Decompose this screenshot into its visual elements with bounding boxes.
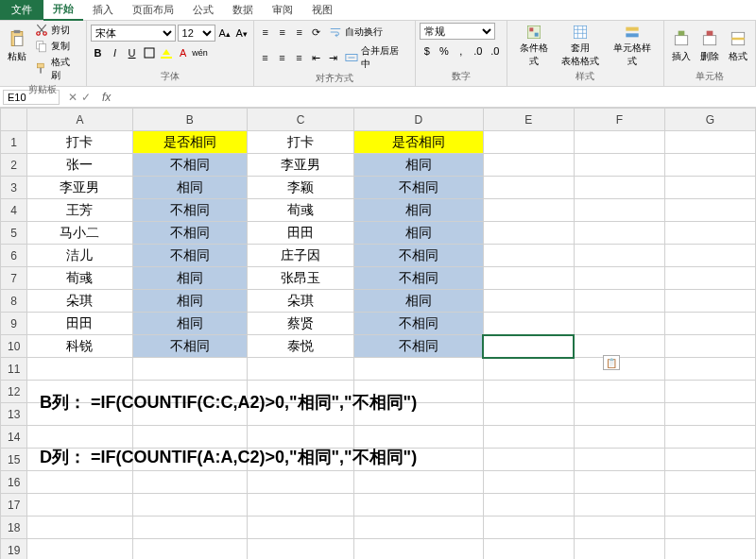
cell-A1[interactable]: 打卡 <box>27 131 132 154</box>
cell-A4[interactable]: 王芳 <box>27 199 132 222</box>
cell-C7[interactable]: 张昂玉 <box>247 267 353 290</box>
cell-B14[interactable] <box>132 426 247 449</box>
orientation-button[interactable]: ⟳ <box>309 25 324 40</box>
row-header[interactable]: 5 <box>1 222 27 245</box>
row-header[interactable]: 3 <box>1 177 27 199</box>
row-header[interactable]: 16 <box>1 471 27 494</box>
cell-B17[interactable] <box>132 494 247 517</box>
align-center-button[interactable]: ≡ <box>275 50 290 65</box>
row-header[interactable]: 7 <box>1 267 27 290</box>
delete-cells-button[interactable]: 删除 <box>696 23 723 70</box>
cell-G15[interactable] <box>664 449 755 471</box>
formula-input[interactable] <box>116 90 756 105</box>
format-cells-button[interactable]: 格式 <box>725 23 751 70</box>
tab-home[interactable]: 开始 <box>43 0 83 21</box>
cell-G18[interactable] <box>664 517 755 539</box>
col-header-c[interactable]: C <box>247 109 353 131</box>
font-color-button[interactable]: A <box>176 45 191 60</box>
cell-F7[interactable] <box>574 267 664 290</box>
accept-formula-button[interactable]: ✓ <box>81 91 91 104</box>
increase-decimal-button[interactable]: .0 <box>471 43 486 59</box>
underline-button[interactable]: U <box>125 45 140 60</box>
cell-F14[interactable] <box>574 426 664 449</box>
cell-B1[interactable]: 是否相同 <box>132 131 247 154</box>
cell-C9[interactable]: 蔡贤 <box>247 313 353 335</box>
conditional-format-button[interactable]: 条件格式 <box>511 23 557 70</box>
cell-C11[interactable] <box>247 358 353 381</box>
cell-D8[interactable]: 相同 <box>354 290 484 313</box>
cell-D4[interactable]: 相同 <box>354 199 484 222</box>
cell-C2[interactable]: 李亚男 <box>247 154 353 177</box>
tab-insert[interactable]: 插入 <box>83 0 123 20</box>
cell-E14[interactable] <box>483 426 574 449</box>
cell-F5[interactable] <box>574 222 664 245</box>
cell-F2[interactable] <box>574 154 664 177</box>
cell-E9[interactable] <box>483 313 574 335</box>
paste-options-button[interactable]: 📋 <box>603 355 620 370</box>
cell-A17[interactable] <box>27 494 132 517</box>
cell-D1[interactable]: 是否相同 <box>354 131 484 154</box>
cell-E3[interactable] <box>483 177 574 199</box>
row-header[interactable]: 13 <box>1 403 27 426</box>
cell-E19[interactable] <box>483 539 574 560</box>
cell-C10[interactable]: 泰悦 <box>247 335 353 358</box>
cell-F12[interactable] <box>574 381 664 403</box>
cell-G12[interactable] <box>664 381 755 403</box>
cell-B2[interactable]: 不相同 <box>132 154 247 177</box>
bold-button[interactable]: B <box>91 45 106 60</box>
cell-E13[interactable] <box>483 403 574 426</box>
tab-formulas[interactable]: 公式 <box>183 0 223 20</box>
align-left-button[interactable]: ≡ <box>258 50 273 65</box>
cell-A9[interactable]: 田田 <box>27 313 132 335</box>
cell-D19[interactable] <box>354 539 484 560</box>
col-header-d[interactable]: D <box>354 109 484 131</box>
cell-F15[interactable] <box>574 449 664 471</box>
cell-E5[interactable] <box>483 222 574 245</box>
cell-G16[interactable] <box>664 471 755 494</box>
cell-A3[interactable]: 李亚男 <box>27 177 132 199</box>
decrease-font-button[interactable]: A▾ <box>234 25 249 41</box>
cell-G7[interactable] <box>664 267 755 290</box>
cell-F10[interactable] <box>574 335 664 358</box>
cell-G8[interactable] <box>664 290 755 313</box>
cell-G17[interactable] <box>664 494 755 517</box>
align-right-button[interactable]: ≡ <box>291 50 306 65</box>
cell-F18[interactable] <box>574 517 664 539</box>
comma-button[interactable]: , <box>454 43 469 59</box>
row-header[interactable]: 12 <box>1 381 27 403</box>
cell-A11[interactable] <box>27 358 132 381</box>
row-header[interactable]: 14 <box>1 426 27 449</box>
cell-B5[interactable]: 不相同 <box>132 222 247 245</box>
cell-C14[interactable] <box>247 426 353 449</box>
col-header-a[interactable]: A <box>27 109 132 131</box>
tab-file[interactable]: 文件 <box>0 0 43 20</box>
cell-E11[interactable] <box>483 358 574 381</box>
cell-G19[interactable] <box>664 539 755 560</box>
cell-E6[interactable] <box>483 245 574 267</box>
cell-A8[interactable]: 朵琪 <box>27 290 132 313</box>
row-header[interactable]: 19 <box>1 539 27 560</box>
cell-B4[interactable]: 不相同 <box>132 199 247 222</box>
merge-center-button[interactable]: 合并后居中 <box>342 43 411 72</box>
cell-B18[interactable] <box>132 517 247 539</box>
cell-C1[interactable]: 打卡 <box>247 131 353 154</box>
cell-A6[interactable]: 洁儿 <box>27 245 132 267</box>
cut-button[interactable]: 剪切 <box>32 23 82 38</box>
cell-F4[interactable] <box>574 199 664 222</box>
cell-G3[interactable] <box>664 177 755 199</box>
cell-F8[interactable] <box>574 290 664 313</box>
cell-E4[interactable] <box>483 199 574 222</box>
format-as-table-button[interactable]: 套用 表格格式 <box>558 23 603 70</box>
cell-A19[interactable] <box>27 539 132 560</box>
cell-A7[interactable]: 荀彧 <box>27 267 132 290</box>
fx-label[interactable]: fx <box>96 91 116 104</box>
cell-B6[interactable]: 不相同 <box>132 245 247 267</box>
cell-D6[interactable]: 不相同 <box>354 245 484 267</box>
cell-C16[interactable] <box>247 471 353 494</box>
cell-F19[interactable] <box>574 539 664 560</box>
cell-G13[interactable] <box>664 403 755 426</box>
row-header[interactable]: 17 <box>1 494 27 517</box>
col-header-b[interactable]: B <box>132 109 247 131</box>
cell-G11[interactable] <box>664 358 755 381</box>
wrap-text-button[interactable]: 自动换行 <box>326 25 386 40</box>
